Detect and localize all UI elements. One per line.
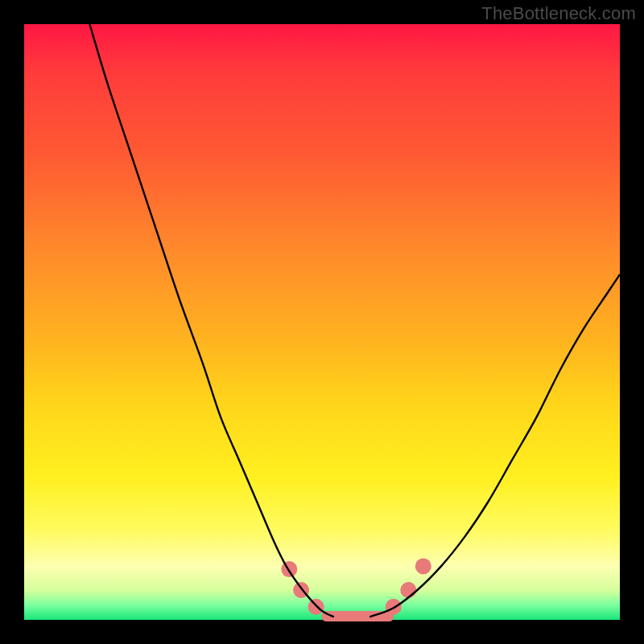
curves-svg: [24, 24, 620, 620]
plot-area: [24, 24, 620, 620]
left-curve: [89, 24, 333, 617]
marker-dot: [281, 561, 297, 577]
chart-frame: TheBottleneck.com: [0, 0, 644, 644]
watermark-text: TheBottleneck.com: [481, 3, 636, 24]
marker-dot: [415, 558, 431, 574]
marker-dot: [386, 599, 402, 615]
right-curve: [369, 275, 620, 617]
marker-dot: [400, 582, 416, 598]
